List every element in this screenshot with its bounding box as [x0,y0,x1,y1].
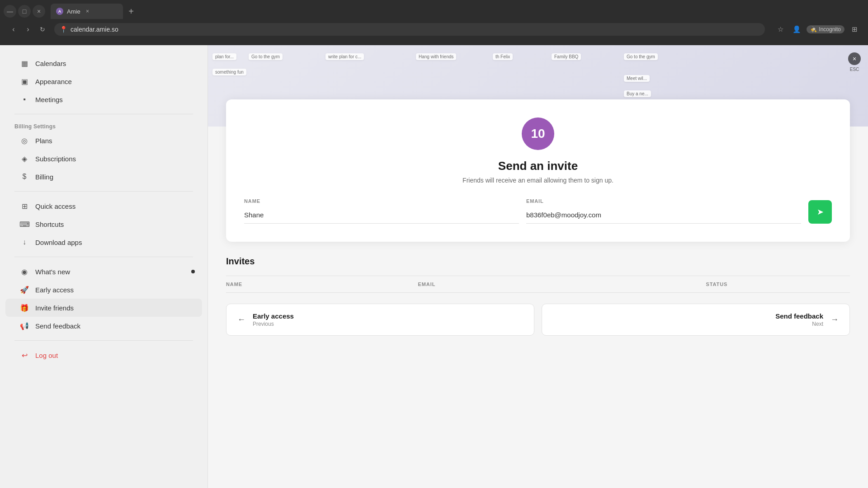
new-tab-button[interactable]: + [125,5,137,18]
incognito-badge[interactable]: 🕵 Incognito [807,25,844,33]
next-nav-sub: Next [553,321,823,327]
close-window-button[interactable]: × [33,5,45,18]
tab-close-button[interactable]: × [84,8,91,15]
sidebar-item-whats-new[interactable]: ◉ What's new [5,263,202,281]
meetings-icon: ▪ [20,95,29,104]
sidebar-item-label: Meetings [35,96,63,103]
invites-section: Invites NAME EMAIL STATUS [226,256,850,293]
sidebar-item-invite-friends[interactable]: 🎁 Invite friends [5,299,202,317]
whats-new-icon: ◉ [20,267,29,276]
invite-title: Send an invite [244,159,832,173]
invite-form: NAME EMAIL ➤ [244,198,832,224]
invite-badge: 10 [522,117,554,150]
sidebar-item-label: Early access [35,286,74,294]
calendar-event: plan for... [212,53,236,60]
plans-icon: ◎ [20,136,29,145]
sidebar-item-plans[interactable]: ◎ Plans [5,131,202,150]
bookmark-icon[interactable]: ☆ [774,23,787,36]
sidebar-item-download-apps[interactable]: ↓ Download apps [5,233,202,251]
sidebar-item-early-access[interactable]: 🚀 Early access [5,281,202,299]
col-name-header: NAME [226,282,418,287]
tab-favicon: A [56,8,63,15]
esc-label: ESC [850,67,859,72]
sidebar-divider-3 [14,257,193,257]
email-label: EMAIL [526,198,801,204]
forward-button[interactable]: › [22,23,34,36]
prev-nav-sub: Previous [253,321,523,327]
send-feedback-icon: 📢 [20,321,29,330]
sidebar-item-appearance[interactable]: ▣ Appearance [5,72,202,90]
col-email-header: EMAIL [418,282,706,287]
next-nav-button[interactable]: Send feedback Next → [542,304,850,336]
location-icon: 📍 [60,26,67,33]
sidebar: ▦ Calendars ▣ Appearance ▪ Meetings Bill… [0,45,208,488]
notification-badge [191,270,195,273]
sidebar-item-label: Invite friends [35,304,74,312]
email-input[interactable] [526,206,801,224]
email-field-col: EMAIL [526,198,801,224]
next-nav-text: Send feedback Next [553,312,823,327]
address-bar: ‹ › ↻ 📍 ☆ 👤 🕵 Incognito ⊞ [0,19,868,40]
sidebar-item-label: Plans [35,137,52,145]
calendar-event: Meet wil... [624,75,650,82]
sidebar-item-quick-access[interactable]: ⊞ Quick access [5,197,202,215]
calendar-event: write plan for c... [326,53,364,60]
sidebar-item-shortcuts[interactable]: ⌨ Shortcuts [5,215,202,233]
calendar-event: th Felix [493,53,513,60]
sidebar-item-send-feedback[interactable]: 📢 Send feedback [5,317,202,335]
calendar-event: Hang with friends [416,53,456,60]
maximize-button[interactable]: □ [18,5,31,18]
sidebar-divider-2 [14,191,193,192]
invite-section: 10 Send an invite Friends will receive a… [226,99,850,242]
sidebar-item-label: Log out [35,352,58,359]
calendars-icon: ▦ [20,59,29,68]
download-icon: ↓ [20,238,29,247]
prev-arrow-icon: ← [237,315,245,324]
main-content: × ESC plan for... Go to the gym write pl… [208,45,868,488]
early-access-icon: 🚀 [20,285,29,294]
sidebar-item-subscriptions[interactable]: ◈ Subscriptions [5,150,202,168]
prev-nav-button[interactable]: ← Early access Previous [226,304,534,336]
send-invite-button[interactable]: ➤ [808,200,832,224]
invite-friends-icon: 🎁 [20,303,29,312]
prev-nav-label: Early access [253,312,523,320]
sidebar-divider-1 [14,114,193,114]
sidebar-item-billing[interactable]: $ Billing [5,168,202,186]
url-input[interactable] [54,23,765,36]
refresh-button[interactable]: ↻ [36,23,49,36]
browser-tab[interactable]: A Amie × [51,4,123,19]
sidebar-item-calendars[interactable]: ▦ Calendars [5,54,202,72]
close-button[interactable]: × [848,52,861,65]
quick-access-icon: ⊞ [20,202,29,211]
back-button[interactable]: ‹ [7,23,20,36]
col-status-header: STATUS [706,282,850,287]
name-label: NAME [244,198,519,204]
invites-table-header: NAME EMAIL STATUS [226,276,850,293]
log-out-icon: ↩ [20,351,29,360]
name-input[interactable] [244,206,519,224]
name-field-col: NAME [244,198,519,224]
nav-footer: ← Early access Previous Send feedback Ne… [226,304,850,336]
incognito-icon: 🕵 [810,26,817,33]
profile-icon[interactable]: 👤 [790,23,803,36]
sidebar-item-meetings[interactable]: ▪ Meetings [5,90,202,108]
url-bar-wrap: 📍 [54,23,765,36]
esc-button[interactable]: × ESC [848,52,861,72]
extensions-icon[interactable]: ⊞ [848,23,861,36]
sidebar-item-label: Appearance [35,78,72,85]
tab-title-label: Amie [67,8,80,15]
browser-chrome: — □ × A Amie × + ‹ › ↻ 📍 ☆ 👤 🕵 Inco [0,0,868,45]
sidebar-item-label: Download apps [35,239,82,246]
sidebar-item-log-out[interactable]: ↩ Log out [5,346,202,364]
sidebar-item-label: Send feedback [35,322,80,330]
sidebar-item-label: What's new [35,268,70,276]
minimize-button[interactable]: — [4,5,16,18]
invites-title: Invites [226,256,850,267]
calendar-event: Go to the gym [624,53,658,60]
browser-actions: ☆ 👤 🕵 Incognito ⊞ [774,23,861,36]
next-arrow-icon: → [830,315,839,324]
nav-arrows: ‹ › ↻ [7,23,49,36]
incognito-label: Incognito [819,26,841,33]
sidebar-item-label: Calendars [35,60,66,67]
next-nav-label: Send feedback [553,312,823,320]
